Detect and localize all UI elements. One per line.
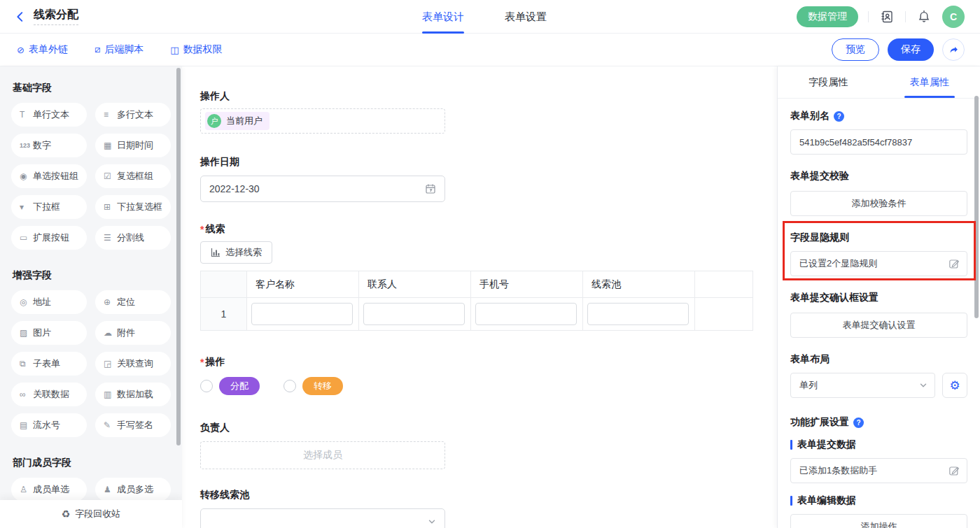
field-item-relation-data[interactable]: ∞关联数据 <box>11 383 87 406</box>
member-single-icon: ♙ <box>20 485 33 494</box>
assign-tag: 分配 <box>219 377 260 395</box>
layout-settings-button[interactable]: ⚙ <box>942 373 967 398</box>
visibility-rules-value: 已设置2个显隐规则 <box>799 257 877 270</box>
data-permission-link[interactable]: ◫ 数据权限 <box>170 43 222 56</box>
option-transfer[interactable]: 转移 <box>284 377 343 395</box>
field-item-label: 下拉复选框 <box>117 201 162 213</box>
field-item-serial-number[interactable]: ▤流水号 <box>11 413 87 437</box>
field-recycle-bin[interactable]: ♻ 字段回收站 <box>0 500 182 528</box>
user-avatar[interactable]: C <box>942 6 965 28</box>
field-item-datetime[interactable]: ▦日期时间 <box>95 134 171 157</box>
backend-script-label: 后端脚本 <box>104 43 144 56</box>
user-tag-avatar-icon: 户 <box>207 114 221 128</box>
form-external-link-label: 表单外链 <box>29 43 68 56</box>
required-mark: * <box>200 224 204 235</box>
share-button[interactable] <box>942 38 965 61</box>
field-item-image[interactable]: ▨图片 <box>11 321 87 345</box>
select-member-box[interactable]: 选择成员 <box>200 441 445 469</box>
field-owner[interactable]: 负责人 选择成员 <box>200 422 777 469</box>
sidebar-scrollbar[interactable] <box>176 68 181 445</box>
select-clue-label: 选择线索 <box>225 246 262 259</box>
option-assign[interactable]: 分配 <box>200 377 260 395</box>
field-item-dropdown[interactable]: ▾下拉框 <box>11 195 87 219</box>
transfer-pool-select[interactable] <box>200 508 445 528</box>
field-item-multi-line-text[interactable]: ≡多行文本 <box>95 103 171 127</box>
back-button[interactable] <box>13 9 28 24</box>
phone-input[interactable] <box>475 303 577 325</box>
notification-bell-icon[interactable] <box>916 8 932 25</box>
tab-form-properties[interactable]: 表单属性 <box>879 66 980 98</box>
field-transfer-pool[interactable]: 转移线索池 <box>200 489 777 528</box>
script-icon: ⧄ <box>94 44 100 55</box>
field-item-subform[interactable]: ⧉子表单 <box>11 352 87 376</box>
form-alias-input[interactable]: 541b9c5ef482a5f54cf78837 <box>790 129 967 155</box>
divider <box>868 11 869 22</box>
field-item-signature[interactable]: ✎手写签名 <box>95 413 171 437</box>
field-palette-sidebar: 基础字段 T单行文本 ≡多行文本 123数字 ▦日期时间 ◉单选按钮组 ☑复选框… <box>0 66 182 528</box>
panel-scrollbar[interactable] <box>974 96 979 318</box>
field-item-data-load[interactable]: ▥数据加载 <box>95 383 171 406</box>
operate-date-input[interactable]: 2022-12-30 <box>200 176 445 202</box>
submit-data-value: 已添加1条数据助手 <box>799 464 877 477</box>
field-item-attachment[interactable]: ☁附件 <box>95 321 171 345</box>
field-item-checkbox-group[interactable]: ☑复选框组 <box>95 164 171 188</box>
confirm-setting-button[interactable]: 表单提交确认设置 <box>790 313 967 338</box>
field-item-extend-button[interactable]: ▭扩展按钮 <box>11 226 87 250</box>
contact-cell <box>359 298 471 330</box>
operate-date-label: 操作日期 <box>200 156 777 169</box>
field-operator[interactable]: 操作人 户 当前用户 <box>200 90 777 134</box>
field-item-member-single[interactable]: ♙成员单选 <box>11 478 87 501</box>
radio-transfer[interactable] <box>284 380 296 392</box>
preview-button[interactable]: 预览 <box>832 38 879 61</box>
visibility-rules-box[interactable]: 已设置2个显隐规则 <box>790 251 967 276</box>
field-item-divider[interactable]: ☰分割线 <box>95 226 171 250</box>
share-forward-icon <box>948 44 960 56</box>
app-header: 线索分配 表单设计 表单设置 数据管理 C <box>0 0 980 34</box>
field-item-radio-group[interactable]: ◉单选按钮组 <box>11 164 87 188</box>
select-clue-button[interactable]: 选择线索 <box>200 241 272 264</box>
backend-script-link[interactable]: ⧄ 后端脚本 <box>94 43 144 56</box>
field-item-label: 分割线 <box>117 231 144 244</box>
edit-icon[interactable] <box>948 465 960 476</box>
field-item-location[interactable]: ⊕定位 <box>95 290 171 314</box>
help-icon[interactable]: ? <box>853 418 864 428</box>
form-external-link[interactable]: ⊘ 表单外链 <box>17 43 68 56</box>
field-item-single-line-text[interactable]: T单行文本 <box>11 103 87 127</box>
tab-field-properties[interactable]: 字段属性 <box>778 66 879 98</box>
tab-form-design[interactable]: 表单设计 <box>422 0 464 34</box>
form-alias-label: 表单别名? <box>790 110 967 122</box>
field-item-relation-query[interactable]: ◲关联查询 <box>95 352 171 376</box>
extension-settings-label: 功能扩展设置? <box>790 416 967 429</box>
field-operate-date[interactable]: 操作日期 2022-12-30 <box>200 156 777 202</box>
field-clue[interactable]: *线索 选择线索 客户名称 联系人 手机号 线索池 1 <box>200 223 777 331</box>
panel-content: 表单别名? 541b9c5ef482a5f54cf78837 表单提交校验 添加… <box>778 99 980 528</box>
basic-fields-grid: T单行文本 ≡多行文本 123数字 ▦日期时间 ◉单选按钮组 ☑复选框组 ▾下拉… <box>11 103 171 250</box>
field-item-label: 附件 <box>117 327 135 339</box>
radio-assign[interactable] <box>200 380 213 392</box>
edit-icon[interactable] <box>948 258 960 269</box>
add-validation-button[interactable]: 添加校验条件 <box>790 191 967 216</box>
contacts-icon[interactable] <box>878 8 895 25</box>
clue-pool-input[interactable] <box>587 303 689 325</box>
field-item-member-multi[interactable]: ♟成员多选 <box>95 478 171 501</box>
operator-value-box[interactable]: 户 当前用户 <box>200 108 445 134</box>
help-icon[interactable]: ? <box>834 111 844 122</box>
add-operation-button[interactable]: 添加操作 <box>790 514 967 528</box>
data-manage-button[interactable]: 数据管理 <box>797 6 858 27</box>
field-item-number[interactable]: 123数字 <box>11 134 87 157</box>
field-item-label: 单行文本 <box>33 108 69 121</box>
recycle-bin-label: 字段回收站 <box>75 508 120 520</box>
field-item-address[interactable]: ◎地址 <box>11 290 87 314</box>
submit-data-box[interactable]: 已添加1条数据助手 <box>790 458 967 483</box>
field-item-multi-dropdown[interactable]: ⊞下拉复选框 <box>95 195 171 219</box>
field-action[interactable]: *操作 分配 转移 <box>200 356 777 395</box>
enhanced-fields-grid: ◎地址 ⊕定位 ▨图片 ☁附件 ⧉子表单 ◲关联查询 ∞关联数据 ▥数据加载 ▤… <box>11 290 171 437</box>
form-layout-select[interactable]: 单列 <box>790 373 935 398</box>
panel-tabs: 字段属性 表单属性 <box>778 66 980 99</box>
tab-form-settings[interactable]: 表单设置 <box>505 0 547 34</box>
save-button[interactable]: 保存 <box>888 38 934 61</box>
select-member-placeholder: 选择成员 <box>303 449 342 462</box>
customer-name-input[interactable] <box>251 303 353 325</box>
app-window: 线索分配 表单设计 表单设置 数据管理 C ⊘ 表单外链 ⧄ <box>0 0 980 528</box>
contact-input[interactable] <box>363 303 465 325</box>
